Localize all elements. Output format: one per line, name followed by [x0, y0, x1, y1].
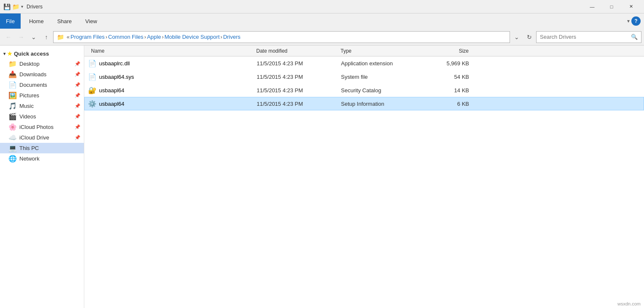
minimize-button[interactable]: —	[582, 0, 602, 13]
path-program-files[interactable]: Program Files	[70, 34, 105, 40]
pin-icon-music: 📌	[75, 103, 80, 109]
sidebar-item-music[interactable]: 🎵 Music 📌	[0, 101, 84, 111]
refresh-button[interactable]: ↻	[523, 31, 535, 43]
up-button[interactable]: ↑	[40, 31, 52, 43]
save-icon: 💾	[3, 3, 11, 10]
pin-icon-downloads: 📌	[75, 72, 80, 77]
ribbon-tab-home[interactable]: Home	[22, 13, 51, 29]
recent-locations-button[interactable]: ⌄	[28, 31, 40, 43]
window: 💾 📁 ▾ Drivers — □ ✕ File Home Share View…	[0, 0, 644, 308]
path-apple[interactable]: Apple	[147, 34, 161, 40]
path-mobile-device-support[interactable]: Mobile Device Support	[164, 34, 220, 40]
ribbon: File Home Share View ▾ ?	[0, 13, 644, 29]
ribbon-collapse-icon[interactable]: ▾	[627, 18, 630, 24]
documents-icon: 📄	[8, 81, 17, 89]
col-header-date[interactable]: Date modified	[256, 48, 341, 54]
quick-access-icon: ★	[7, 51, 12, 57]
file-list: 📄 usbaaplrc.dll 11/5/2015 4:23 PM Applic…	[84, 56, 644, 110]
pictures-icon: 🖼️	[8, 91, 17, 99]
help-button[interactable]: ?	[631, 16, 641, 26]
dropdown-path-button[interactable]: ⌄	[511, 31, 523, 43]
close-button[interactable]: ✕	[621, 0, 641, 13]
sidebar-item-documents[interactable]: 📄 Documents 📌	[0, 80, 84, 90]
path-drivers[interactable]: Drivers	[223, 34, 240, 40]
ribbon-tab-share[interactable]: Share	[51, 13, 79, 29]
pin-icon-desktop: 📌	[75, 61, 80, 67]
quick-access-header[interactable]: ▾ ★ Quick access	[0, 49, 84, 59]
file-icon-1: 📄	[88, 59, 97, 67]
sidebar-item-this-pc[interactable]: 💻 This PC	[0, 143, 84, 153]
watermark: wsxdn.com	[617, 301, 641, 306]
ribbon-tabs: Home Share View	[21, 13, 624, 29]
col-header-size[interactable]: Size	[425, 48, 475, 54]
sidebar-item-icloud-drive[interactable]: ☁️ iCloud Drive 📌	[0, 132, 84, 143]
folder-icon: 📁	[12, 3, 19, 10]
sidebar-item-pictures[interactable]: 🖼️ Pictures 📌	[0, 90, 84, 101]
col-header-type[interactable]: Type	[341, 48, 425, 54]
sidebar-item-icloud-photos[interactable]: 🌸 iCloud Photos 📌	[0, 122, 84, 132]
search-box: 🔍	[536, 31, 641, 43]
pin-icon-pictures: 📌	[75, 93, 80, 98]
table-row[interactable]: 📄 usbaaplrc.dll 11/5/2015 4:23 PM Applic…	[84, 56, 644, 70]
column-header-row: Name Date modified Type Size	[84, 46, 644, 56]
maximize-button[interactable]: □	[602, 0, 621, 13]
ribbon-right: ▾ ?	[624, 13, 644, 29]
icloud-drive-icon: ☁️	[8, 134, 17, 142]
sidebar: ▾ ★ Quick access 📁 Desktop 📌 📥 Downloads…	[0, 46, 84, 308]
sidebar-item-network[interactable]: 🌐 Network	[0, 153, 84, 164]
sidebar-item-downloads[interactable]: 📥 Downloads 📌	[0, 69, 84, 80]
path-icon: 📁	[57, 34, 64, 40]
search-icon[interactable]: 🔍	[631, 34, 638, 40]
path-common-files[interactable]: Common Files	[108, 34, 144, 40]
downloads-icon: 📥	[8, 70, 17, 78]
sidebar-item-desktop[interactable]: 📁 Desktop 📌	[0, 59, 84, 69]
window-controls: — □ ✕	[582, 0, 641, 13]
window-title: Drivers	[27, 4, 582, 10]
file-area: ▾ ★ Quick access 📁 Desktop 📌 📥 Downloads…	[0, 46, 644, 308]
dropdown-arrow[interactable]: ▾	[21, 4, 23, 9]
file-icon-2: 📄	[88, 73, 97, 81]
pin-icon-icloud-photos: 📌	[75, 124, 80, 130]
file-icon-4: ⚙️	[88, 100, 97, 108]
content-area: ▾ ★ Quick access 📁 Desktop 📌 📥 Downloads…	[0, 46, 644, 308]
table-row[interactable]: 📄 usbaapl64.sys 11/5/2015 4:23 PM System…	[84, 70, 644, 83]
sidebar-item-videos[interactable]: 🎬 Videos 📌	[0, 111, 84, 122]
music-icon: 🎵	[8, 102, 17, 110]
icloud-photos-icon: 🌸	[8, 123, 17, 131]
quick-access-arrow: ▾	[3, 51, 5, 56]
address-path[interactable]: 📁 « Program Files › Common Files › Apple…	[53, 31, 510, 43]
pin-icon-icloud-drive: 📌	[75, 135, 80, 140]
forward-button[interactable]: →	[15, 31, 27, 43]
table-row[interactable]: ⚙️ usbaapl64 11/5/2015 4:23 PM Setup Inf…	[84, 97, 644, 110]
pin-icon-videos: 📌	[75, 114, 80, 119]
ribbon-file-tab[interactable]: File	[0, 13, 21, 29]
desktop-icon: 📁	[8, 60, 17, 68]
file-icon-3: 🔐	[88, 86, 97, 94]
videos-icon: 🎬	[8, 112, 17, 121]
title-bar-icons: 💾 📁 ▾	[3, 3, 23, 10]
ribbon-tab-view[interactable]: View	[78, 13, 104, 29]
pin-icon-documents: 📌	[75, 82, 80, 88]
file-content: Name Date modified Type Size 📄 usbaaplrc…	[84, 46, 644, 308]
table-row[interactable]: 🔐 usbaapl64 11/5/2015 4:23 PM Security C…	[84, 83, 644, 97]
col-header-name[interactable]: Name	[88, 48, 256, 54]
network-icon: 🌐	[8, 155, 17, 163]
search-input[interactable]	[540, 34, 631, 40]
back-button[interactable]: ←	[3, 31, 14, 43]
address-bar: ← → ⌄ ↑ 📁 « Program Files › Common Files…	[0, 29, 644, 46]
this-pc-icon: 💻	[8, 144, 17, 152]
title-bar: 💾 📁 ▾ Drivers — □ ✕	[0, 0, 644, 13]
